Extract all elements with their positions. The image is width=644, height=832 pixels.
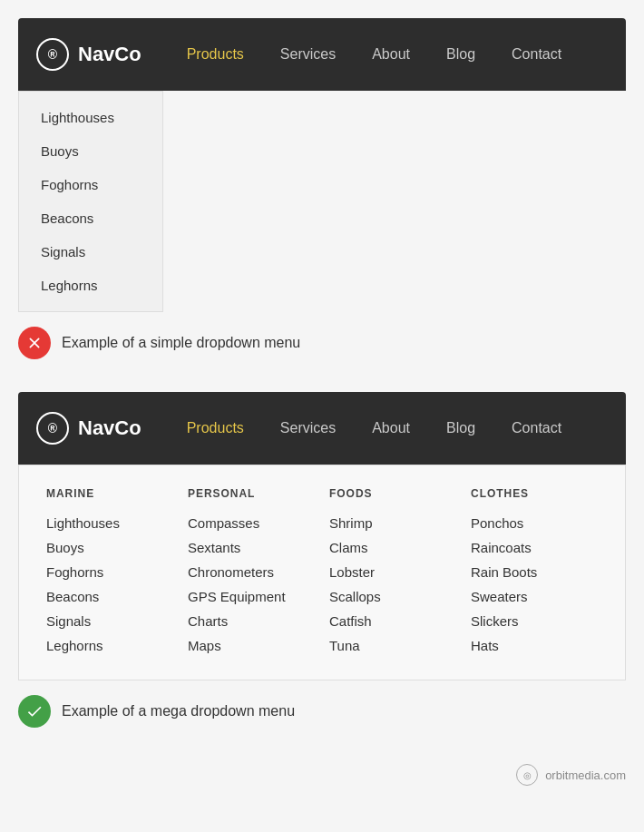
good-icon — [18, 695, 51, 728]
footer: ◎ orbitmedia.com — [0, 742, 644, 808]
nav-item-about-2[interactable]: About — [354, 411, 428, 445]
brand-icon-2: ® — [36, 412, 69, 445]
section-simple-dropdown: ® NavCo Products Services About Blog Con… — [0, 0, 644, 312]
mega-col-personal-header: PERSONAL — [188, 487, 300, 500]
mega-item-beacons[interactable]: Beacons — [46, 584, 159, 609]
mega-col-clothes-header: CLOTHES — [471, 487, 583, 500]
dropdown-item-buoys[interactable]: Buoys — [19, 134, 162, 168]
nav-link-contact-2[interactable]: Contact — [493, 411, 580, 445]
nav-links-2: Products Services About Blog Contact — [169, 411, 580, 445]
nav-link-services-1[interactable]: Services — [262, 37, 354, 72]
x-icon — [25, 334, 44, 352]
mega-item-shrimp[interactable]: Shrimp — [329, 511, 442, 535]
mega-item-leghorns[interactable]: Leghorns — [46, 633, 159, 658]
brand-2: ® NavCo — [36, 412, 141, 445]
mega-item-hats[interactable]: Hats — [471, 633, 583, 658]
nav-item-contact-1[interactable]: Contact — [493, 37, 580, 72]
mega-item-ponchos[interactable]: Ponchos — [471, 511, 583, 535]
nav-link-blog-1[interactable]: Blog — [428, 37, 493, 72]
nav-item-blog-1[interactable]: Blog — [428, 37, 493, 72]
mega-item-slickers[interactable]: Slickers — [471, 609, 583, 633]
brand-name-1: NavCo — [78, 43, 141, 66]
simple-dropdown-panel: Lighthouses Buoys Foghorns Beacons Signa… — [18, 91, 163, 312]
mega-item-sextants[interactable]: Sextants — [188, 535, 300, 560]
dropdown-item-leghorns[interactable]: Leghorns — [19, 269, 162, 302]
mega-item-lobster[interactable]: Lobster — [329, 560, 442, 584]
nav-item-services-1[interactable]: Services — [262, 37, 354, 72]
nav-item-blog-2[interactable]: Blog — [428, 411, 493, 445]
mega-item-compasses[interactable]: Compasses — [188, 511, 300, 535]
brand-1: ® NavCo — [36, 38, 141, 71]
nav-item-about-1[interactable]: About — [354, 37, 428, 72]
bad-icon — [18, 327, 51, 359]
mega-item-clams[interactable]: Clams — [329, 535, 442, 560]
dropdown-item-signals[interactable]: Signals — [19, 235, 162, 269]
mega-item-tuna[interactable]: Tuna — [329, 633, 442, 658]
navbar-2: ® NavCo Products Services About Blog Con… — [18, 392, 626, 465]
nav-item-products-1[interactable]: Products — [169, 37, 262, 72]
mega-col-foods: FOODS Shrimp Clams Lobster Scallops Catf… — [315, 487, 456, 658]
example-1-text: Example of a simple dropdown menu — [62, 335, 300, 351]
nav-links-1: Products Services About Blog Contact — [169, 37, 580, 72]
nav-link-contact-1[interactable]: Contact — [493, 37, 580, 72]
mega-item-maps[interactable]: Maps — [188, 633, 300, 658]
mega-col-foods-header: FOODS — [329, 487, 442, 500]
footer-orbit-icon: ◎ — [516, 764, 538, 786]
mega-item-catfish[interactable]: Catfish — [329, 609, 442, 633]
mega-col-marine: MARINE Lighthouses Buoys Foghorns Beacon… — [46, 487, 173, 658]
brand-name-2: NavCo — [78, 416, 141, 440]
dropdown-item-lighthouses[interactable]: Lighthouses — [19, 101, 162, 134]
nav-link-services-2[interactable]: Services — [262, 411, 354, 445]
mega-item-rain-boots[interactable]: Rain Boots — [471, 560, 583, 584]
nav-link-about-1[interactable]: About — [354, 37, 428, 72]
mega-item-buoys[interactable]: Buoys — [46, 535, 159, 560]
mega-item-sweaters[interactable]: Sweaters — [471, 584, 583, 609]
example-label-1: Example of a simple dropdown menu — [0, 312, 644, 374]
nav-link-products-1[interactable]: Products — [169, 37, 262, 72]
dropdown-item-foghorns[interactable]: Foghorns — [19, 168, 162, 201]
mega-item-lighthouses[interactable]: Lighthouses — [46, 511, 159, 535]
mega-col-marine-header: MARINE — [46, 487, 159, 500]
example-label-2: Example of a mega dropdown menu — [0, 680, 644, 742]
mega-item-gps[interactable]: GPS Equipment — [188, 584, 300, 609]
navbar-1: ® NavCo Products Services About Blog Con… — [18, 18, 626, 91]
mega-item-chronometers[interactable]: Chronometers — [188, 560, 300, 584]
nav-link-products-2[interactable]: Products — [169, 411, 262, 445]
mega-item-foghorns[interactable]: Foghorns — [46, 560, 159, 584]
footer-text: orbitmedia.com — [545, 768, 626, 782]
nav-link-blog-2[interactable]: Blog — [428, 411, 493, 445]
example-2-text: Example of a mega dropdown menu — [62, 703, 295, 719]
mega-item-raincoats[interactable]: Raincoats — [471, 535, 583, 560]
mega-item-signals[interactable]: Signals — [46, 609, 159, 633]
nav-link-about-2[interactable]: About — [354, 411, 428, 445]
nav-item-services-2[interactable]: Services — [262, 411, 354, 445]
mega-item-scallops[interactable]: Scallops — [329, 584, 442, 609]
mega-item-charts[interactable]: Charts — [188, 609, 300, 633]
mega-col-clothes: CLOTHES Ponchos Raincoats Rain Boots Swe… — [456, 487, 598, 658]
mega-col-personal: PERSONAL Compasses Sextants Chronometers… — [173, 487, 315, 658]
dropdown-item-beacons[interactable]: Beacons — [19, 201, 162, 235]
mega-dropdown-panel: MARINE Lighthouses Buoys Foghorns Beacon… — [18, 465, 626, 680]
section-mega-dropdown: ® NavCo Products Services About Blog Con… — [0, 374, 644, 680]
brand-icon-1: ® — [36, 38, 69, 71]
nav-item-contact-2[interactable]: Contact — [493, 411, 580, 445]
check-icon — [25, 702, 44, 720]
nav-item-products-2[interactable]: Products — [169, 411, 262, 445]
